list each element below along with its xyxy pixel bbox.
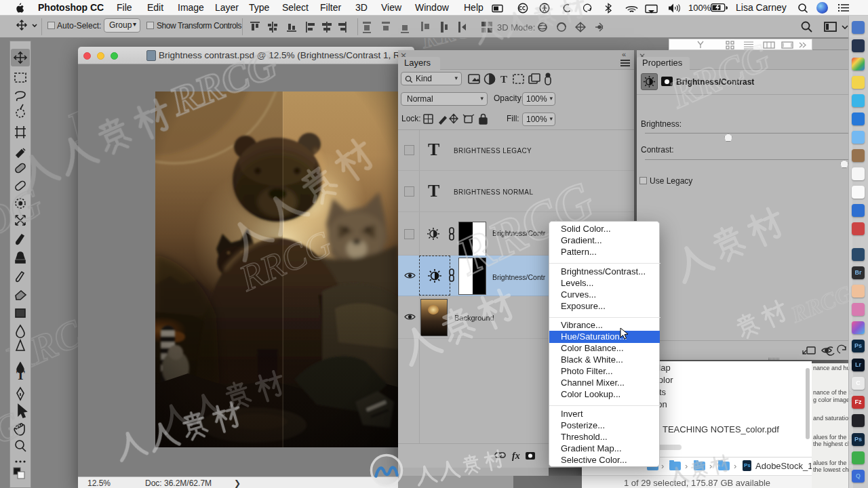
svg-text:fx: fx <box>512 451 520 461</box>
svg-text:T: T <box>500 74 507 85</box>
svg-text:T: T <box>16 368 25 382</box>
